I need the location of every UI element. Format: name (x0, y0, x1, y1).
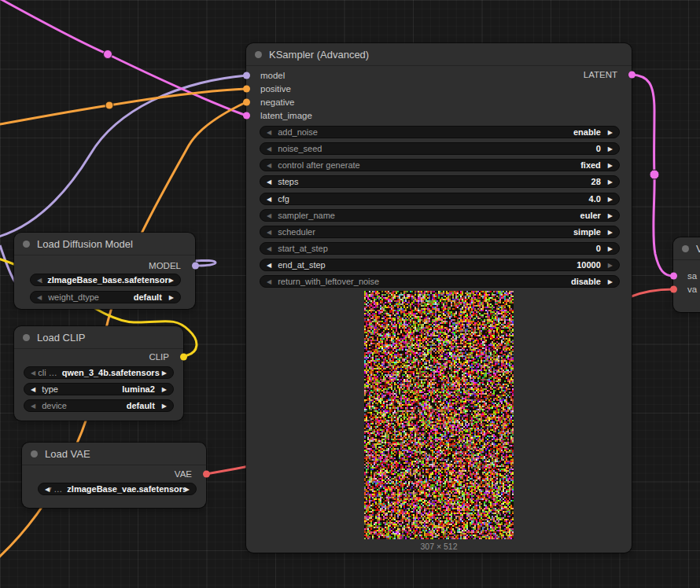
widget-label: start_at_step (278, 243, 328, 255)
widget-value: qwen_3_4b.safetensors (62, 367, 160, 379)
latent-image-port-dot[interactable] (243, 112, 250, 119)
widget-label: end_at_step (278, 259, 326, 271)
node-load-diffusion-model[interactable]: Load Diffusion Model MODEL ◀ .. zImageBa… (14, 233, 195, 309)
widget-value: disable (571, 276, 601, 288)
output-port-latent[interactable]: LATENT (584, 68, 632, 81)
decrement-arrow-icon[interactable]: ◀ (267, 276, 271, 288)
decrement-arrow-icon[interactable]: ◀ (267, 259, 271, 271)
widget-label: steps (278, 176, 298, 188)
node-title: KSampler (Advanced) (269, 49, 369, 61)
clip-output-dot[interactable] (180, 354, 187, 361)
increment-arrow-icon[interactable]: ▶ (162, 384, 167, 395)
reroute-dot-latent-top[interactable] (104, 50, 112, 59)
widget-unet-name[interactable]: ◀ .. zImageBase_base.safetensors ▶ (30, 274, 181, 286)
model-port-dot[interactable] (243, 72, 250, 79)
widget-weight-dtype[interactable]: ◀ weight_dtype default ▶ (30, 291, 181, 303)
decrement-arrow-icon[interactable]: ◀ (267, 176, 271, 188)
negative-port-dot[interactable] (243, 99, 250, 106)
widget-clip-device[interactable]: ◀ device default ▶ (24, 399, 174, 412)
vae-port-label: va (687, 285, 697, 294)
node-status-dot (31, 450, 38, 458)
widget-steps[interactable]: ◀ steps 28 ▶ (260, 175, 620, 188)
increment-arrow-icon[interactable]: ▶ (169, 274, 174, 286)
node-header[interactable]: Load VAE (22, 443, 206, 465)
widget-vae-name[interactable]: ◀ v … zImageBase_vae.safetensors ▶ (38, 483, 197, 495)
widget-label: type (42, 384, 58, 395)
widget-noise-seed[interactable]: ◀ noise_seed 0 ▶ (260, 142, 620, 155)
increment-arrow-icon[interactable]: ▶ (608, 226, 613, 238)
preview-dimensions-caption: 307 × 512 (246, 542, 632, 551)
output-port-model[interactable]: MODEL (149, 259, 195, 272)
output-port-vae[interactable]: VAE (175, 468, 206, 480)
node-load-clip[interactable]: Load CLIP CLIP ◀ cli … qwen_3_4b.safeten… (14, 326, 183, 421)
widget-cfg[interactable]: ◀ cfg 4.0 ▶ (260, 193, 620, 205)
increment-arrow-icon[interactable]: ▶ (608, 193, 613, 205)
increment-arrow-icon[interactable]: ▶ (608, 127, 613, 138)
widget-value: simple (573, 226, 601, 238)
widget-end-at-step[interactable]: ◀ end_at_step 10000 ▶ (260, 259, 620, 271)
samples-port-dot[interactable] (670, 273, 677, 280)
widget-value: zImageBase_vae.safetensors (67, 483, 185, 495)
widget-label: add_noise (278, 127, 318, 138)
increment-arrow-icon[interactable]: ▶ (608, 176, 613, 188)
widget-start-at-step[interactable]: ◀ start_at_step 0 ▶ (260, 242, 620, 255)
decrement-arrow-icon[interactable]: ◀ (267, 127, 271, 138)
widget-control-after-generate[interactable]: ◀ control after generate fixed ▶ (260, 159, 620, 171)
decrement-arrow-icon[interactable]: ◀ (267, 243, 271, 255)
truncated-label: v … (50, 483, 62, 495)
truncated-label: cli … (38, 367, 57, 379)
model-output-dot[interactable] (192, 263, 199, 270)
latent-output-dot[interactable] (628, 72, 636, 79)
reroute-dot-positive[interactable] (105, 101, 113, 109)
output-port-clip[interactable]: CLIP (149, 351, 183, 363)
input-port-latent-image[interactable]: latent_image (246, 109, 312, 122)
node-header[interactable]: Load CLIP (14, 326, 183, 349)
increment-arrow-icon[interactable]: ▶ (608, 259, 613, 271)
widget-label: device (42, 400, 67, 412)
node-header[interactable]: V (673, 237, 700, 260)
decrement-arrow-icon[interactable]: ◀ (31, 384, 35, 395)
decrement-arrow-icon[interactable]: ◀ (267, 226, 271, 238)
increment-arrow-icon[interactable]: ▶ (162, 367, 167, 379)
latent-output-label: LATENT (584, 70, 617, 79)
decrement-arrow-icon[interactable]: ◀ (37, 292, 42, 303)
widget-sampler-name[interactable]: ◀ sampler_name euler ▶ (260, 209, 620, 222)
widget-add-noise[interactable]: ◀ add_noise enable ▶ (260, 126, 620, 138)
positive-port-dot[interactable] (243, 86, 250, 93)
increment-arrow-icon[interactable]: ▶ (608, 143, 613, 155)
input-port-negative[interactable]: negative (246, 96, 294, 108)
increment-arrow-icon[interactable]: ▶ (608, 276, 613, 288)
increment-arrow-icon[interactable]: ▶ (185, 483, 190, 495)
node-header[interactable]: Load Diffusion Model (14, 233, 195, 255)
widget-clip-type[interactable]: ◀ type lumina2 ▶ (24, 383, 174, 395)
increment-arrow-icon[interactable]: ▶ (608, 160, 613, 171)
node-status-dot (23, 334, 30, 341)
decrement-arrow-icon[interactable]: ◀ (267, 143, 271, 155)
decrement-arrow-icon[interactable]: ◀ (267, 160, 271, 171)
increment-arrow-icon[interactable]: ▶ (162, 400, 167, 412)
input-port-positive[interactable]: positive (246, 83, 291, 95)
widget-scheduler[interactable]: ◀ scheduler simple ▶ (260, 226, 620, 238)
reroute-dot-latent-right[interactable] (650, 170, 659, 179)
decrement-arrow-icon[interactable]: ◀ (267, 193, 271, 205)
vae-output-dot[interactable] (203, 471, 210, 478)
node-vae-decode-partial[interactable]: V sa va (673, 237, 700, 312)
widget-clip-name[interactable]: ◀ cli … qwen_3_4b.safetensors ▶ (24, 366, 174, 379)
node-ksampler-header[interactable]: KSampler (Advanced) (246, 43, 632, 66)
node-title: Load CLIP (37, 332, 85, 344)
input-port-vae[interactable]: va (673, 283, 697, 296)
increment-arrow-icon[interactable]: ▶ (169, 292, 174, 303)
widget-return-with-leftover-noise[interactable]: ◀ return_with_leftover_noise disable ▶ (260, 275, 620, 288)
vae-port-dot[interactable] (670, 286, 677, 293)
decrement-arrow-icon[interactable]: ◀ (31, 400, 35, 412)
wire-latent-in (0, 0, 246, 116)
node-load-vae[interactable]: Load VAE VAE ◀ v … zImageBase_vae.safete… (22, 443, 206, 508)
increment-arrow-icon[interactable]: ▶ (608, 210, 613, 222)
input-port-samples[interactable]: sa (673, 270, 697, 282)
negative-port-label: negative (260, 97, 294, 107)
input-port-model[interactable]: model (246, 69, 285, 82)
widget-value: default (127, 400, 155, 412)
decrement-arrow-icon[interactable]: ◀ (267, 210, 271, 222)
increment-arrow-icon[interactable]: ▶ (608, 243, 613, 255)
node-ksampler-advanced[interactable]: KSampler (Advanced) model positive negat… (246, 43, 632, 553)
